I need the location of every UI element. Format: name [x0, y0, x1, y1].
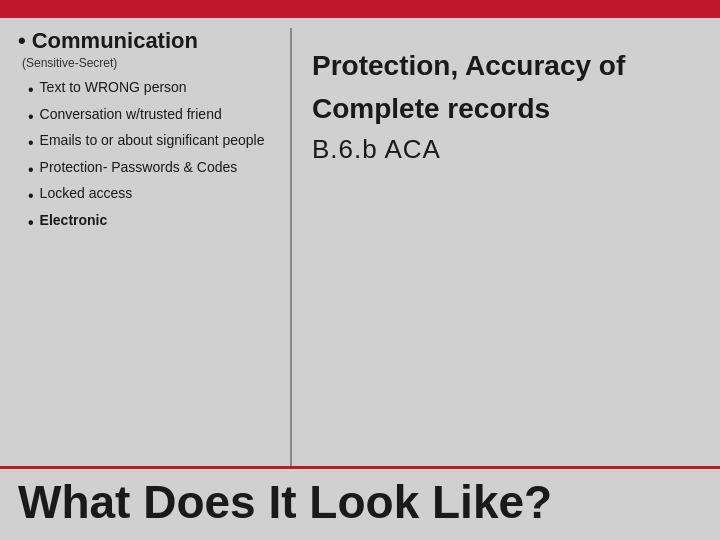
communication-label: Communication: [32, 28, 198, 54]
item-text: Electronic: [40, 211, 108, 230]
sensitive-label: (Sensitive-Secret): [18, 56, 276, 70]
sub-bullet: •: [28, 185, 34, 207]
list-item: • Protection- Passwords & Codes: [28, 158, 276, 181]
right-heading-line1: Protection, Accuracy of: [312, 48, 700, 83]
item-text: Locked access: [40, 184, 133, 203]
item-text: Protection- Passwords & Codes: [40, 158, 238, 177]
list-item: • Locked access: [28, 184, 276, 207]
bottom-heading: What Does It Look Like?: [18, 477, 702, 528]
item-text: Text to WRONG person: [40, 78, 187, 97]
sub-bullet: •: [28, 79, 34, 101]
list-item: • Text to WRONG person: [28, 78, 276, 101]
left-column: • Communication (Sensitive-Secret) • Tex…: [0, 18, 290, 478]
right-code: B.6.b ACA: [312, 134, 700, 165]
top-banner: [0, 0, 720, 18]
list-item: • Conversation w/trusted friend: [28, 105, 276, 128]
list-item: • Emails to or about significant people: [28, 131, 276, 154]
sub-bullet: •: [28, 212, 34, 234]
communication-heading: • Communication: [18, 28, 276, 54]
bullet-main: •: [18, 28, 26, 54]
sub-bullet: •: [28, 106, 34, 128]
list-item: • Electronic: [28, 211, 276, 234]
right-heading-line2: Complete records: [312, 91, 700, 126]
sub-bullet: •: [28, 132, 34, 154]
item-text: Conversation w/trusted friend: [40, 105, 222, 124]
main-content: • Communication (Sensitive-Secret) • Tex…: [0, 18, 720, 478]
item-text: Emails to or about significant people: [40, 131, 265, 150]
sub-list: • Text to WRONG person • Conversation w/…: [18, 78, 276, 234]
right-column: Protection, Accuracy of Complete records…: [290, 28, 720, 468]
sub-bullet: •: [28, 159, 34, 181]
bottom-section: What Does It Look Like?: [0, 466, 720, 540]
slide-container: • Communication (Sensitive-Secret) • Tex…: [0, 0, 720, 540]
